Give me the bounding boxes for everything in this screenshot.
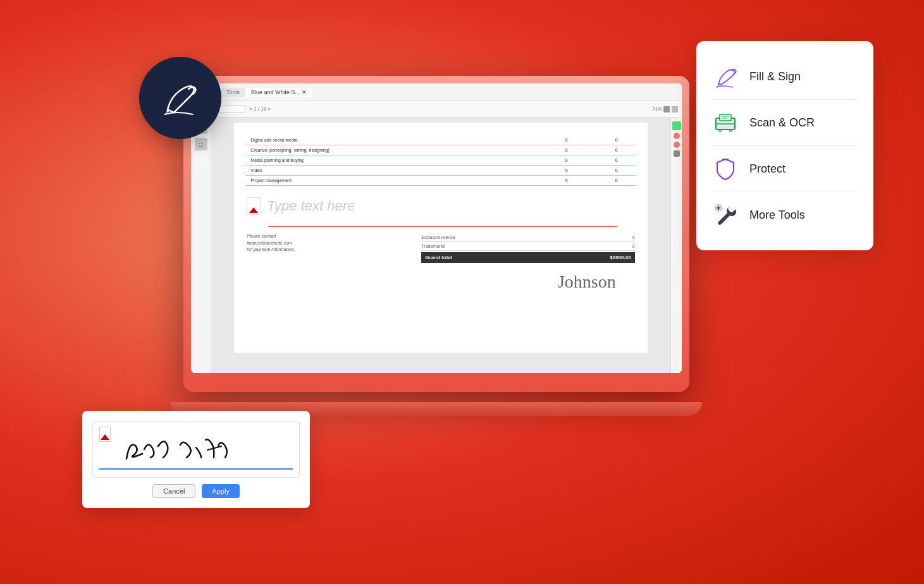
more-tools-label: More Tools xyxy=(749,209,805,222)
page-nav: < 1 / 18 > xyxy=(249,106,271,112)
tab-bar: Tools Blue and White S... ✕ xyxy=(221,88,677,97)
laptop-bezel: Tools Blue and White S... ✕ 🔍 < 1 / 18 >… xyxy=(183,76,689,392)
tool-item-fill-sign[interactable]: Fill & Sign xyxy=(711,54,858,100)
right-sidebar-icon-3[interactable] xyxy=(674,142,680,148)
protect-label: Protect xyxy=(749,162,785,176)
totals-section: Exclusive license 0 Trademarks 0 Grand t… xyxy=(421,233,634,263)
cancel-button[interactable]: Cancel xyxy=(152,484,195,498)
table-row: Video 0 0 xyxy=(247,166,634,176)
placeholder-text: Type text here xyxy=(267,198,355,214)
tool-item-scan-ocr[interactable]: Scan & OCR xyxy=(711,100,858,146)
invoice-section: Please contactfinance@dexinote.comfor pa… xyxy=(247,233,634,263)
zoom-level: 71% xyxy=(653,107,662,111)
signature-underline xyxy=(99,468,293,470)
tools-dropdown-card: Fill & Sign Scan & OCR xyxy=(696,41,873,250)
exclusive-license-row: Exclusive license 0 xyxy=(421,233,634,242)
trademarks-value: 0 xyxy=(632,244,635,248)
more-tools-icon-wrap xyxy=(711,201,739,229)
table-row: Digital and social media 0 0 xyxy=(247,135,634,145)
table-row: Creative (concepting, writing, designing… xyxy=(247,145,634,155)
svg-rect-7 xyxy=(729,130,732,132)
grand-total-label: Grand total xyxy=(425,255,452,260)
titlebar: Tools Blue and White S... ✕ xyxy=(191,83,682,101)
document-area: Digital and social media 0 0 Creative (c… xyxy=(211,118,670,373)
toolbar: 🔍 < 1 / 18 > 71% xyxy=(191,101,682,118)
svg-rect-2 xyxy=(720,114,731,121)
fill-sign-logo xyxy=(139,57,221,139)
red-separator-line xyxy=(268,226,617,227)
fill-sign-label: Fill & Sign xyxy=(749,70,801,83)
tab-tools[interactable]: Tools xyxy=(221,88,245,97)
tab-document[interactable]: Blue and White S... ✕ xyxy=(246,88,312,97)
scan-ocr-icon-wrap xyxy=(711,109,739,137)
scan-ocr-tool-icon xyxy=(713,111,737,135)
laptop: Tools Blue and White S... ✕ 🔍 < 1 / 18 >… xyxy=(183,76,696,405)
protect-icon-wrap xyxy=(711,155,739,183)
document-signature: Johnson xyxy=(247,272,615,292)
scan-ocr-label: Scan & OCR xyxy=(749,116,815,130)
right-sidebar-icon-2[interactable] xyxy=(674,133,680,139)
apply-button[interactable]: Apply xyxy=(202,484,240,498)
adobe-triangle xyxy=(249,207,258,213)
right-sidebar-icon-4[interactable] xyxy=(674,150,680,157)
content-area: ✋ ⬚ Digital and social media 0 0 xyxy=(191,118,682,373)
left-sidebar: ✋ ⬚ xyxy=(191,118,211,373)
sig-adobe-triangle xyxy=(101,434,109,440)
document-page: Digital and social media 0 0 Creative (c… xyxy=(234,123,647,353)
right-sidebar xyxy=(670,118,682,373)
sig-adobe-mark xyxy=(99,427,111,442)
right-sidebar-icon-1[interactable] xyxy=(672,121,681,130)
exclusive-license-value: 0 xyxy=(632,235,635,240)
text-input-area[interactable]: Type text here xyxy=(247,192,634,220)
fill-sign-tool-icon xyxy=(713,64,737,88)
more-tools-tool-icon xyxy=(713,203,737,227)
fill-sign-pen-icon xyxy=(158,78,202,119)
sidebar-select-icon[interactable]: ⬚ xyxy=(195,138,207,150)
contact-info: Please contactfinance@dexinote.comfor pa… xyxy=(247,233,294,263)
grand-total-value: $0000.00 xyxy=(610,255,631,260)
signature-dialog: Cancel Apply xyxy=(82,411,310,508)
table-row: Project management 0 0 xyxy=(247,176,634,186)
tool-item-more-tools[interactable]: More Tools xyxy=(711,192,858,238)
exclusive-license-label: Exclusive license xyxy=(421,235,455,240)
signature-svg xyxy=(108,427,297,471)
protect-tool-icon xyxy=(713,157,737,181)
trademarks-row: Trademarks 0 xyxy=(421,242,634,251)
fit-icon[interactable] xyxy=(672,106,678,113)
laptop-screen: Tools Blue and White S... ✕ 🔍 < 1 / 18 >… xyxy=(191,83,682,373)
toolbar-right: 71% xyxy=(274,106,678,113)
signature-buttons: Cancel Apply xyxy=(92,484,300,498)
adobe-logo-small xyxy=(247,197,261,215)
invoice-table: Digital and social media 0 0 Creative (c… xyxy=(247,135,634,186)
tool-item-protect[interactable]: Protect xyxy=(711,146,858,192)
grand-total-row: Grand total $0000.00 xyxy=(421,252,634,263)
fill-sign-icon-wrap xyxy=(711,63,739,90)
trademarks-label: Trademarks xyxy=(421,244,445,248)
toolbar-nav: < 1 / 18 > xyxy=(249,106,271,112)
signature-canvas[interactable] xyxy=(92,421,300,478)
table-row: Media planning and buying 0 0 xyxy=(247,155,634,166)
zoom-icon[interactable] xyxy=(663,106,670,113)
svg-rect-6 xyxy=(718,130,722,132)
